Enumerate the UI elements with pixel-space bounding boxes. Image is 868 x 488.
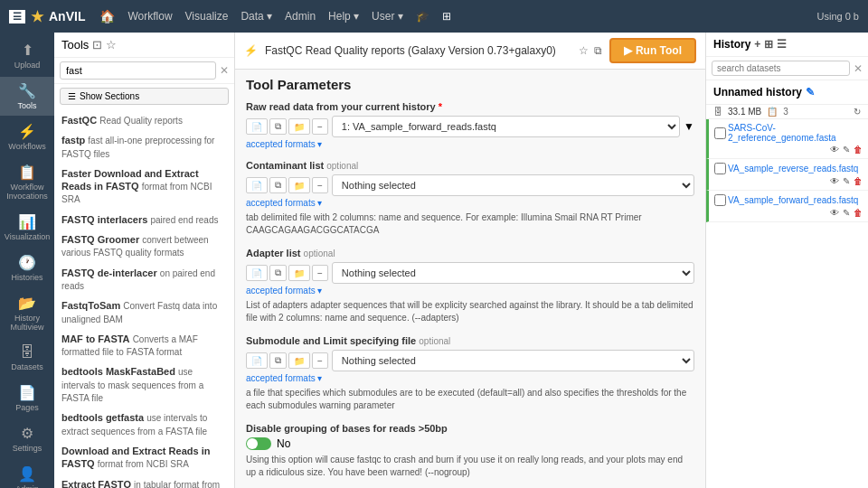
history-item-edit-icon[interactable]: ✎ [843,145,850,155]
list-item[interactable]: Faster Download and Extract Reads in FAS… [54,164,234,210]
pages-icon: 📄 [18,384,36,401]
param-icon-folder[interactable]: 📁 [288,118,310,135]
sidebar-item-histories[interactable]: 🕐 Histories [0,249,54,287]
search-input[interactable] [60,61,216,80]
list-item[interactable]: MAF to FASTA Converts a MAF formatted fi… [54,329,234,362]
list-item[interactable]: Download and Extract Reads in FASTQ form… [54,441,234,474]
param-icon-minus[interactable]: − [312,352,328,369]
accepted-formats-adapter[interactable]: accepted formats ▾ [246,286,694,296]
list-item[interactable]: FASTQ de-interlacer on paired end reads [54,263,234,296]
home-icon[interactable]: 🏠 [99,9,115,23]
sidebar-item-datasets[interactable]: 🗄 Datasets [0,339,54,377]
tools-star-icon[interactable]: ☆ [106,38,117,52]
sidebar-item-label: Visualization [5,232,50,241]
sidebar-item-workflow-invocations[interactable]: 📋 Workflow Invocations [0,158,54,206]
logo-star: ★ [31,8,43,25]
history-item-view-icon[interactable]: 👁 [830,208,839,218]
history-name-text: Unnamed history [713,86,802,99]
show-sections-button[interactable]: ☰ Show Sections [60,88,229,105]
history-item-edit-icon[interactable]: ✎ [843,208,850,218]
history-menu-icon[interactable]: ☰ [777,38,787,51]
param-select-submodule[interactable]: Nothing selected [332,350,694,371]
history-item-view-icon[interactable]: 👁 [830,145,839,155]
nav-admin[interactable]: Admin [285,10,316,23]
tools-panel: Tools ⊡ ☆ ✕ ☰ Show Sections FastQC Read … [54,33,235,488]
run-tool-button[interactable]: ▶ Run Tool [609,38,696,63]
nav-visualize[interactable]: Visualize [185,10,229,23]
sidebar-item-upload[interactable]: ⬆ Upload [0,36,54,75]
accepted-formats-submodule[interactable]: accepted formats ▾ [246,373,694,383]
list-item[interactable]: bedtools getfasta use intervals to extra… [54,408,234,441]
tools-expand-icon[interactable]: ⊡ [92,38,102,52]
history-item-checkbox[interactable] [714,194,726,206]
param-raw-read-data: Raw read data from your current history … [246,101,694,149]
sidebar-item-visualization[interactable]: 📊 Visualization [0,208,54,247]
list-item[interactable]: FASTQ Groomer convert between various FA… [54,230,234,263]
history-edit-icon[interactable]: ✎ [806,86,815,99]
sidebar-item-settings[interactable]: ⚙ Settings [0,419,54,458]
list-item[interactable]: FastQC Read Quality reports [54,110,234,130]
share-tool-icon[interactable]: ⧉ [594,44,602,57]
param-icon-folder[interactable]: 📁 [288,352,310,369]
sidebar-item-tools[interactable]: 🔧 Tools [0,77,54,116]
tool-body: Tool Parameters Raw read data from your … [235,70,705,488]
nav-help[interactable]: Help ▾ [328,10,359,23]
list-item[interactable]: fastp fast all-in-one preprocessing for … [54,130,234,164]
param-icon-minus[interactable]: − [312,265,328,281]
param-icon-file[interactable]: 📄 [246,177,268,193]
sidebar-item-pages[interactable]: 📄 Pages [0,379,54,418]
tool-title: FastQC Read Quality reports (Galaxy Vers… [265,44,571,57]
param-icon-copy[interactable]: ⧉ [269,265,287,281]
sidebar-item-workflows[interactable]: ⚡ Workflows [0,117,54,156]
nav-grid-icon: ⊞ [442,10,451,23]
param-icon-file[interactable]: 📄 [246,265,268,281]
param-icon-file[interactable]: 📄 [246,118,268,135]
history-item-checkbox[interactable] [714,127,726,139]
list-item[interactable]: FastqToSam Convert Fastq data into unali… [54,296,234,329]
star-tool-icon[interactable]: ☆ [579,44,589,57]
clear-search-icon[interactable]: ✕ [220,64,229,77]
toggle-row: No [246,437,694,450]
list-item: SARS-CoV-2_reference_genome.fasta 👁 ✎ 🗑 [706,119,868,159]
history-add-icon[interactable]: + [754,38,760,51]
nav-user[interactable]: User ▾ [372,10,403,23]
param-select-raw-read[interactable]: 1: VA_sample_forward_reads.fastq [332,116,680,137]
history-search-input[interactable] [712,61,850,76]
history-item-name[interactable]: VA_sample_forward_reads.fastq [728,195,863,205]
param-icons: 📄 ⧉ 📁 − [246,118,328,135]
accepted-formats-contaminant[interactable]: accepted formats ▾ [246,198,694,208]
sidebar-item-label: Admin [15,484,39,488]
history-item-delete-icon[interactable]: 🗑 [854,176,863,186]
param-icon-minus[interactable]: − [312,177,328,193]
param-select-adapter[interactable]: Nothing selected [332,262,694,284]
history-item-delete-icon[interactable]: 🗑 [854,208,863,218]
param-icon-folder[interactable]: 📁 [288,177,310,193]
list-item[interactable]: FASTQ interlacers paired end reads [54,210,234,230]
param-icon-folder[interactable]: 📁 [288,265,310,281]
param-disable-grouping: Disable grouping of bases for reads >50b… [246,423,694,479]
nav-data[interactable]: Data ▾ [241,10,272,23]
nav-workflow[interactable]: Workflow [127,10,172,23]
fastqc-icon: ⚡ [244,44,258,57]
param-icon-copy[interactable]: ⧉ [269,118,287,135]
history-search-clear[interactable]: ✕ [854,62,863,75]
param-icon-minus[interactable]: − [312,118,328,135]
history-columns-icon[interactable]: ⊞ [764,38,773,51]
history-item-edit-icon[interactable]: ✎ [843,176,850,186]
param-select-contaminant[interactable]: Nothing selected [332,174,694,196]
history-item-checkbox[interactable] [714,163,726,174]
history-refresh-icon[interactable]: ↻ [854,107,861,117]
history-item-name[interactable]: SARS-CoV-2_reference_genome.fasta [728,123,863,143]
param-icon-copy[interactable]: ⧉ [269,177,287,193]
disable-grouping-toggle[interactable] [246,437,271,450]
param-icon-copy[interactable]: ⧉ [269,352,287,369]
sidebar-item-history-multiview[interactable]: 📂 History Multiview [0,289,54,337]
list-item[interactable]: Extract FASTQ in tabular format from a s… [54,474,234,488]
param-icon-file[interactable]: 📄 [246,352,268,369]
sidebar-item-admin[interactable]: 👤 Admin [0,460,54,488]
accepted-formats-raw-read[interactable]: accepted formats ▾ [246,139,694,149]
history-item-delete-icon[interactable]: 🗑 [854,145,863,155]
history-item-view-icon[interactable]: 👁 [830,176,839,186]
list-item[interactable]: bedtools MaskFastaBed use intervals to m… [54,361,234,408]
history-item-name[interactable]: VA_sample_reverse_reads.fastq [728,164,863,174]
